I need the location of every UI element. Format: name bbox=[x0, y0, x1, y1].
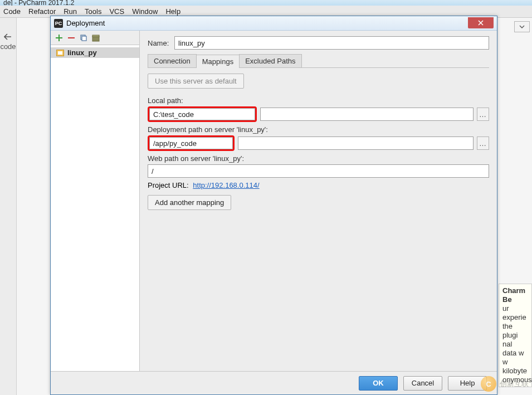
chevron-down-icon bbox=[519, 25, 525, 28]
tab-excluded-paths[interactable]: Excluded Paths bbox=[239, 54, 301, 67]
name-input[interactable] bbox=[174, 36, 489, 50]
web-path-input[interactable] bbox=[148, 164, 489, 178]
name-label: Name: bbox=[148, 39, 174, 47]
package-icon[interactable] bbox=[92, 34, 100, 42]
detail-tabs: Connection Mappings Excluded Paths bbox=[148, 54, 489, 68]
menu-window[interactable]: Window bbox=[132, 7, 158, 16]
ide-title-bar: de] - PyCharm 2017.1.2 bbox=[0, 0, 532, 6]
close-button[interactable] bbox=[468, 17, 494, 28]
remove-icon[interactable] bbox=[67, 34, 75, 42]
server-icon bbox=[56, 50, 64, 56]
server-tree[interactable]: linux_py bbox=[51, 45, 139, 371]
balloon-title: Charm Be bbox=[502, 286, 525, 304]
balloon-line: the plugi bbox=[502, 322, 518, 339]
balloon-line: ur experie bbox=[502, 304, 526, 321]
close-icon bbox=[478, 20, 484, 26]
dialog-button-bar: OK Cancel Help bbox=[51, 371, 497, 394]
project-url-label: Project URL: bbox=[148, 181, 189, 189]
local-path-highlight bbox=[148, 106, 257, 122]
dialog-title: Deployment bbox=[66, 19, 105, 27]
menu-tools[interactable]: Tools bbox=[85, 7, 101, 16]
use-as-default-button[interactable]: Use this server as default bbox=[148, 74, 244, 89]
menu-run[interactable]: Run bbox=[64, 7, 77, 16]
project-url-link[interactable]: http://192.168.0.114/ bbox=[193, 181, 259, 189]
server-details: Name: Connection Mappings Excluded Paths… bbox=[140, 31, 497, 371]
local-path-input-overflow[interactable] bbox=[260, 108, 474, 121]
left-gutter[interactable]: code bbox=[0, 18, 17, 395]
deploy-path-highlight bbox=[148, 135, 235, 151]
tab-mappings[interactable]: Mappings bbox=[196, 55, 240, 68]
back-arrow-icon bbox=[4, 33, 13, 40]
local-path-browse-button[interactable]: … bbox=[477, 108, 489, 121]
deploy-path-input-overflow[interactable] bbox=[238, 136, 474, 150]
add-mapping-button[interactable]: Add another mapping bbox=[148, 195, 231, 210]
svg-rect-1 bbox=[82, 36, 86, 41]
dialog-title-bar[interactable]: PC Deployment bbox=[51, 16, 497, 31]
add-icon[interactable] bbox=[55, 34, 63, 42]
toolbar-dropdown[interactable] bbox=[514, 21, 530, 32]
server-tree-item[interactable]: linux_py bbox=[51, 47, 139, 58]
dialog-content: linux_py Name: Connection Mappings Exclu… bbox=[51, 31, 497, 371]
ok-button[interactable]: OK bbox=[359, 376, 398, 391]
svg-rect-3 bbox=[92, 35, 99, 37]
server-tree-label: linux_py bbox=[67, 48, 97, 57]
menu-help[interactable]: Help bbox=[165, 7, 180, 16]
deploy-path-label: Deployment path on server 'linux_py': bbox=[148, 125, 489, 134]
deployment-dialog: PC Deployment linux_py Name: bbox=[50, 16, 497, 395]
balloon-line: w kilobyte bbox=[502, 358, 527, 375]
help-button[interactable]: Help bbox=[448, 376, 487, 391]
copy-icon[interactable] bbox=[80, 34, 87, 42]
notification-balloon[interactable]: Charm Be ur experie the plugi nal data w… bbox=[499, 284, 532, 387]
local-path-input[interactable] bbox=[149, 108, 255, 120]
web-path-label: Web path on server 'linux_py': bbox=[148, 154, 489, 163]
deploy-path-input[interactable] bbox=[149, 137, 233, 149]
menu-code[interactable]: Code bbox=[3, 7, 21, 16]
server-list-toolbar bbox=[51, 31, 139, 45]
balloon-line: nal data w bbox=[502, 340, 524, 357]
balloon-line: onymous bbox=[502, 376, 532, 384]
cancel-button[interactable]: Cancel bbox=[403, 376, 442, 391]
server-list-panel: linux_py bbox=[51, 31, 140, 371]
deploy-path-browse-button[interactable]: … bbox=[477, 136, 489, 150]
tab-connection[interactable]: Connection bbox=[148, 54, 197, 67]
menu-vcs[interactable]: VCS bbox=[109, 7, 124, 16]
menu-refactor[interactable]: Refactor bbox=[28, 7, 56, 16]
left-vertical-label: code bbox=[0, 42, 16, 51]
local-path-label: Local path: bbox=[148, 96, 489, 105]
pycharm-icon: PC bbox=[54, 19, 63, 28]
